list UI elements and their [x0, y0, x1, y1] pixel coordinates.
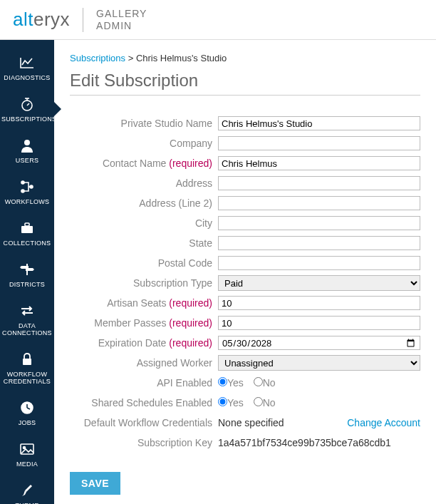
svg-point-6 — [21, 190, 24, 192]
label-state: State — [70, 237, 218, 249]
radio-shared-no[interactable] — [254, 397, 263, 406]
sidebar-item-collections[interactable]: COLLECTIONS — [0, 212, 54, 254]
chart-line-icon — [1, 54, 53, 71]
title-divider — [70, 95, 420, 96]
svg-marker-12 — [26, 268, 34, 271]
select-sub-type[interactable]: Paid — [218, 275, 420, 291]
svg-rect-8 — [21, 226, 33, 233]
radio-api-no-label[interactable]: No — [254, 377, 276, 389]
breadcrumb-current: Chris Helmus's Studio — [136, 53, 227, 63]
app-header: alteryx GALLERY ADMIN — [0, 0, 436, 40]
svg-point-7 — [30, 185, 33, 188]
sidebar-label: DATA CONNECTIONS — [1, 322, 53, 336]
label-address2: Address (Line 2) — [70, 197, 218, 209]
sidebar-label: MEDIA — [1, 461, 53, 468]
logo-part-b: eryx — [33, 9, 70, 30]
breadcrumb: Subscriptions > Chris Helmus's Studio — [70, 53, 420, 63]
input-state[interactable] — [218, 236, 420, 250]
label-api: API Enabled — [70, 377, 218, 389]
radio-shared-no-label[interactable]: No — [254, 397, 276, 408]
sidebar-item-subscriptions[interactable]: SUBSCRIPTIONS — [0, 88, 54, 130]
stopwatch-icon — [1, 96, 53, 113]
input-member[interactable] — [218, 316, 420, 330]
arrows-icon — [1, 302, 53, 319]
input-address2[interactable] — [218, 196, 420, 210]
sidebar: DIAGNOSTICS SUBSCRIPTIONS USERS WORKFLOW… — [0, 40, 54, 504]
input-expiration[interactable] — [218, 336, 420, 350]
label-city: City — [70, 217, 218, 229]
label-shared: Shared Schedules Enabled — [70, 397, 218, 408]
save-button[interactable]: SAVE — [70, 472, 120, 495]
sidebar-item-diagnostics[interactable]: DIAGNOSTICS — [0, 47, 54, 88]
change-account-link[interactable]: Change Account — [347, 417, 420, 428]
sidebar-item-workflows[interactable]: WORKFLOWS — [0, 171, 54, 212]
breadcrumb-root-link[interactable]: Subscriptions — [70, 53, 125, 63]
signpost-icon — [1, 261, 53, 278]
input-contact-name[interactable] — [218, 156, 420, 170]
input-company[interactable] — [218, 136, 420, 150]
label-private-studio-name: Private Studio Name — [70, 118, 218, 129]
radio-api-yes[interactable] — [218, 377, 227, 386]
sidebar-label: SUBSCRIPTIONS — [1, 115, 53, 123]
subscription-key-value: 1a4a571bf7534ce99b735bce7a68cdb1 — [218, 437, 391, 448]
sidebar-item-media[interactable]: MEDIA — [0, 433, 54, 475]
sidebar-item-data-connections[interactable]: DATA CONNECTIONS — [0, 295, 54, 344]
svg-line-3 — [27, 103, 29, 106]
radio-shared-yes[interactable] — [218, 397, 227, 406]
sidebar-item-theme[interactable]: THEME — [0, 475, 54, 504]
page-title: Edit Subscription — [70, 71, 420, 91]
label-company: Company — [70, 138, 218, 149]
sidebar-label: WORKFLOWS — [1, 198, 53, 205]
clock-icon — [1, 399, 53, 416]
label-artisan: Artisan Seats (required) — [70, 297, 218, 309]
image-icon — [1, 441, 53, 458]
select-worker[interactable]: Unassigned — [218, 355, 420, 371]
input-address[interactable] — [218, 176, 420, 190]
label-expiration: Expiration Date (required) — [70, 337, 218, 349]
radio-api-no[interactable] — [254, 377, 263, 386]
svg-point-5 — [21, 181, 24, 184]
header-subtitle: GALLERY ADMIN — [96, 8, 147, 32]
header-sub-line2: ADMIN — [96, 20, 147, 32]
briefcase-icon — [1, 220, 53, 237]
header-divider — [83, 8, 83, 32]
input-postal[interactable] — [218, 256, 420, 270]
label-key: Subscription Key — [70, 437, 218, 448]
label-address: Address — [70, 178, 218, 189]
main-content: Subscriptions > Chris Helmus's Studio Ed… — [54, 40, 436, 504]
sidebar-label: DISTRICTS — [1, 281, 53, 288]
svg-point-20 — [24, 447, 26, 449]
sidebar-label: JOBS — [1, 419, 53, 426]
branch-icon — [1, 178, 53, 195]
label-member: Member Passes (required) — [70, 317, 218, 329]
label-worker: Assigned Worker — [70, 357, 218, 369]
logo: alteryx — [13, 9, 70, 31]
header-sub-line1: GALLERY — [96, 8, 147, 20]
cred-value: None specified — [218, 417, 284, 428]
svg-point-4 — [24, 140, 30, 145]
svg-rect-9 — [25, 223, 29, 226]
sidebar-item-workflow-credentials[interactable]: WORKFLOW CREDENTIALS — [0, 344, 54, 392]
input-artisan[interactable] — [218, 296, 420, 310]
radio-api-yes-label[interactable]: Yes — [218, 377, 244, 389]
sidebar-item-users[interactable]: USERS — [0, 130, 54, 171]
label-postal: Postal Code — [70, 257, 218, 269]
user-icon — [1, 137, 53, 154]
sidebar-item-districts[interactable]: DISTRICTS — [0, 254, 54, 295]
sidebar-item-jobs[interactable]: JOBS — [0, 392, 54, 433]
input-city[interactable] — [218, 216, 420, 230]
sidebar-label: WORKFLOW CREDENTIALS — [1, 371, 53, 385]
paintbrush-icon — [1, 482, 53, 499]
breadcrumb-sep: > — [125, 53, 136, 63]
lock-icon — [1, 351, 53, 368]
label-contact-name: Contact Name (required) — [70, 158, 218, 169]
input-private-studio-name[interactable] — [218, 116, 420, 130]
sidebar-label: DIAGNOSTICS — [1, 74, 53, 81]
label-sub-type: Subscription Type — [70, 277, 218, 289]
svg-rect-15 — [23, 359, 31, 365]
label-cred: Default Workflow Credentials — [70, 417, 218, 428]
sidebar-label: COLLECTIONS — [1, 240, 53, 247]
radio-shared-yes-label[interactable]: Yes — [218, 397, 244, 408]
logo-part-a: alt — [13, 9, 33, 30]
sidebar-label: USERS — [1, 157, 53, 164]
